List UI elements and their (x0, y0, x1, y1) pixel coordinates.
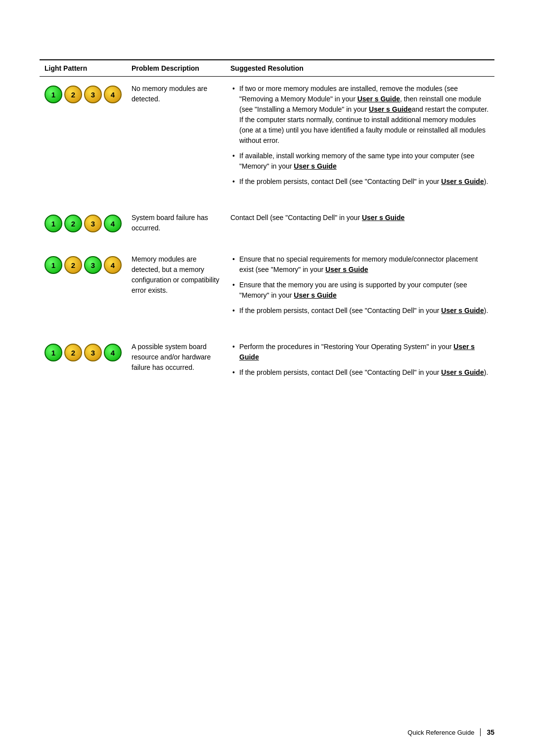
light-circle-1: 1 (44, 215, 62, 232)
row-separator (40, 331, 494, 335)
table-row: 1234System board failure has occurred.Co… (40, 206, 494, 243)
light-pattern-container: 1234 (44, 254, 122, 274)
table-header-row: Light Pattern Problem Description Sugges… (40, 60, 494, 77)
light-circle-3: 3 (84, 86, 102, 103)
footer-label: Quick Reference Guide (407, 729, 474, 736)
resolution-list-item: If the problem persists, contact Dell (s… (230, 306, 490, 316)
main-table: Light Pattern Problem Description Sugges… (40, 59, 494, 390)
row-separator (40, 202, 494, 206)
light-circle-2: 2 (64, 215, 82, 232)
light-pattern-container: 1234 (44, 342, 122, 361)
light-circle-1: 1 (44, 344, 62, 361)
light-circle-3: 3 (84, 215, 102, 232)
resolution-list-item: If the problem persists, contact Dell (s… (230, 367, 490, 378)
footer-divider-icon (480, 728, 481, 736)
resolution-cell: Ensure that no special requirements for … (225, 247, 494, 331)
light-pattern-container: 1234 (44, 84, 122, 103)
page-number: 35 (487, 728, 494, 736)
light-pattern-container: 1234 (44, 213, 122, 232)
light-circle-1: 1 (44, 256, 62, 274)
table-row: 1234A possible system board resource and… (40, 335, 494, 390)
resolution-list-item: If two or more memory modules are instal… (230, 84, 490, 146)
light-pattern-cell: 1234 (40, 206, 127, 243)
resolution-list-item: Ensure that no special requirements for … (230, 254, 490, 275)
resolution-list: Perform the procedures in "Restoring You… (230, 342, 490, 378)
resolution-list-item: Ensure that the memory you are using is … (230, 280, 490, 301)
page: Light Pattern Problem Description Sugges… (0, 0, 534, 756)
table-row: 1234No memory modules are detected.If tw… (40, 77, 494, 202)
header-suggested-resolution: Suggested Resolution (225, 60, 494, 77)
light-circle-3: 3 (84, 344, 102, 361)
problem-cell: System board failure has occurred. (127, 206, 225, 243)
table-row: 1234Memory modules are detected, but a m… (40, 247, 494, 331)
light-circle-4: 4 (104, 256, 122, 274)
resolution-list-item: If the problem persists, contact Dell (s… (230, 177, 490, 187)
problem-cell: No memory modules are detected. (127, 77, 225, 202)
light-circle-1: 1 (44, 86, 62, 103)
resolution-cell: Perform the procedures in "Restoring You… (225, 335, 494, 390)
resolution-list-item: Perform the procedures in "Restoring You… (230, 342, 490, 362)
light-circle-2: 2 (64, 256, 82, 274)
light-circle-3: 3 (84, 256, 102, 274)
resolution-cell: If two or more memory modules are instal… (225, 77, 494, 202)
header-problem-description: Problem Description (127, 60, 225, 77)
problem-cell: Memory modules are detected, but a memor… (127, 247, 225, 331)
light-circle-4: 4 (104, 215, 122, 232)
light-circle-4: 4 (104, 86, 122, 103)
row-separator (40, 243, 494, 247)
resolution-list: Ensure that no special requirements for … (230, 254, 490, 316)
light-circle-4: 4 (104, 344, 122, 361)
light-pattern-cell: 1234 (40, 247, 127, 331)
header-light-pattern: Light Pattern (40, 60, 127, 77)
resolution-list-item: If available, install working memory of … (230, 151, 490, 172)
problem-cell: A possible system board resource and/or … (127, 335, 225, 390)
light-circle-2: 2 (64, 86, 82, 103)
resolution-plain-text: Contact Dell (see "Contacting Dell" in y… (230, 213, 490, 223)
page-footer: Quick Reference Guide 35 (407, 728, 494, 736)
light-circle-2: 2 (64, 344, 82, 361)
resolution-cell: Contact Dell (see "Contacting Dell" in y… (225, 206, 494, 243)
resolution-list: If two or more memory modules are instal… (230, 84, 490, 187)
light-pattern-cell: 1234 (40, 335, 127, 390)
light-pattern-cell: 1234 (40, 77, 127, 202)
